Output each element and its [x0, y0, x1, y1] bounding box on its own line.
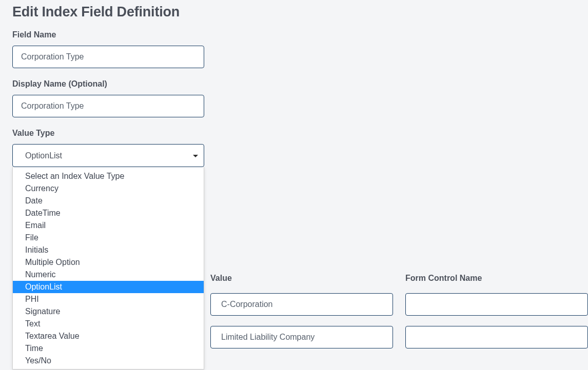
display-name-input[interactable] — [12, 95, 204, 117]
form-control-name-input[interactable] — [405, 293, 588, 316]
value-type-option[interactable]: Select an Index Value Type — [13, 170, 204, 182]
value-type-option[interactable]: Date — [13, 195, 204, 207]
value-type-group: Value Type OptionList Select an Index Va… — [12, 129, 576, 167]
option-value-input[interactable] — [210, 326, 393, 348]
value-type-select[interactable]: OptionList — [12, 144, 204, 167]
value-type-label: Value Type — [12, 129, 576, 138]
value-type-option[interactable]: Currency — [13, 182, 204, 195]
field-name-label: Field Name — [12, 30, 576, 39]
value-type-option[interactable]: Initials — [13, 244, 204, 256]
form-control-name-input[interactable] — [405, 326, 588, 348]
field-name-input[interactable] — [12, 46, 204, 68]
page-title: Edit Index Field Definition — [12, 4, 576, 20]
value-type-dropdown: Select an Index Value TypeCurrencyDateDa… — [12, 167, 204, 369]
form-control-column-header: Form Control Name — [405, 274, 588, 293]
value-type-option[interactable]: Textarea Value — [13, 330, 204, 342]
value-type-option[interactable]: OptionList — [13, 281, 204, 293]
value-type-option[interactable]: PHI — [13, 293, 204, 305]
value-type-option[interactable]: Yes/No — [13, 355, 204, 367]
option-value-input[interactable] — [210, 293, 393, 316]
display-name-label: Display Name (Optional) — [12, 79, 576, 89]
value-type-option[interactable]: Time — [13, 342, 204, 355]
value-type-option[interactable]: File — [13, 232, 204, 244]
value-type-option[interactable]: Numeric — [13, 269, 204, 281]
value-column-header: Value — [210, 274, 405, 293]
value-type-option[interactable]: Email — [13, 219, 204, 232]
value-type-option[interactable]: Signature — [13, 305, 204, 318]
value-type-selected-text: OptionList — [25, 151, 62, 160]
field-name-group: Field Name — [12, 30, 576, 68]
chevron-down-icon — [193, 152, 198, 159]
value-type-option[interactable]: Multiple Option — [13, 256, 204, 269]
value-type-option[interactable]: DateTime — [13, 207, 204, 219]
display-name-group: Display Name (Optional) — [12, 79, 576, 117]
value-type-option[interactable]: Text — [13, 318, 204, 330]
